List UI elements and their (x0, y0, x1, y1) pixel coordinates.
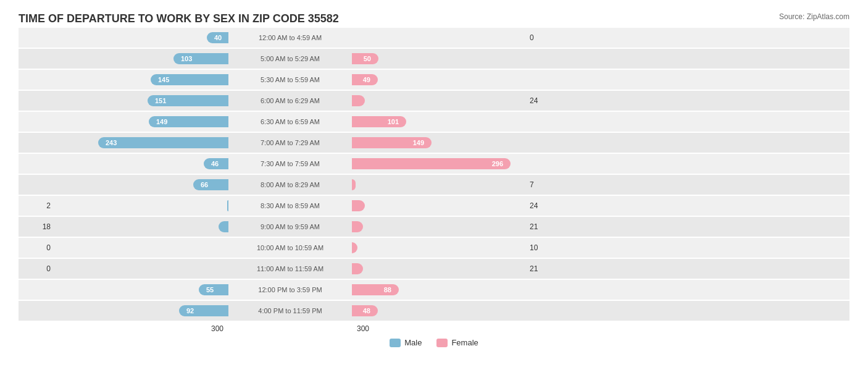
female-bar-inner-label: 88 (380, 286, 395, 293)
female-bar-container: 48 (352, 305, 525, 316)
time-label: 10:00 AM to 10:59 AM (228, 244, 352, 251)
female-bar-container (352, 32, 525, 43)
male-value-label: 0 (19, 243, 56, 252)
female-value-label: 21 (525, 264, 562, 273)
male-bar-container: 40 (56, 32, 228, 43)
male-bar-container: 46 (56, 158, 228, 169)
male-bar-container: 55 (56, 284, 228, 295)
female-value-label: 24 (525, 201, 562, 210)
female-bar-container: 101 (352, 116, 525, 127)
male-bar-container: 66 (56, 179, 228, 190)
male-bar-inner-label: 66 (197, 181, 212, 188)
male-bar: 243 (98, 137, 228, 148)
female-bar (352, 200, 365, 211)
table-row: 668:00 AM to 8:29 AM7 (19, 175, 849, 195)
female-value-label: 21 (525, 222, 562, 231)
female-bar-container: 149 (352, 137, 525, 148)
table-row: 28:30 AM to 8:59 AM24 (19, 196, 849, 216)
female-bar-container: 50 (352, 53, 525, 64)
female-bar (352, 95, 365, 106)
time-label: 9:00 AM to 9:59 AM (228, 223, 352, 230)
male-bar: 66 (193, 179, 228, 190)
female-bar-inner-label: 50 (360, 55, 375, 62)
table-row: 924:00 PM to 11:59 PM48 (19, 301, 849, 321)
female-bar-container (352, 200, 525, 211)
table-row: 1455:30 AM to 5:59 AM49 (19, 70, 849, 90)
table-row: 189:00 AM to 9:59 AM21 (19, 217, 849, 237)
female-value-label: 7 (525, 180, 562, 189)
table-row: 467:30 AM to 7:59 AM296 (19, 154, 849, 174)
female-bar: 49 (352, 74, 378, 85)
time-label: 7:00 AM to 7:29 AM (228, 139, 352, 146)
chart-title: TIME OF DEPARTURE TO WORK BY SEX IN ZIP … (19, 12, 339, 25)
source-label: Source: ZipAtlas.com (779, 12, 849, 21)
table-row: 1496:30 AM to 6:59 AM101 (19, 112, 849, 132)
male-bar-container (56, 221, 228, 232)
male-bar (227, 200, 228, 211)
female-bar-container: 49 (352, 74, 525, 85)
table-row: 5512:00 PM to 3:59 PM88 (19, 280, 849, 300)
male-bar: 151 (148, 95, 228, 106)
female-bar-container: 88 (352, 284, 525, 295)
male-bar-inner-label: 151 (151, 97, 170, 104)
female-bar-container (352, 95, 525, 106)
male-bar-container: 149 (56, 116, 228, 127)
female-bar-inner-label: 149 (409, 139, 428, 146)
legend-female: Female (436, 338, 478, 347)
female-bar-container (352, 221, 525, 232)
time-label: 11:00 AM to 11:59 AM (228, 265, 352, 272)
male-bar-inner-label: 55 (202, 286, 217, 293)
female-bar: 101 (352, 116, 406, 127)
male-value-label: 0 (19, 264, 56, 273)
time-label: 4:00 PM to 11:59 PM (228, 307, 352, 314)
legend-male: Male (390, 338, 422, 347)
female-value-label: 0 (525, 33, 562, 42)
time-label: 5:30 AM to 5:59 AM (228, 76, 352, 83)
male-bar: 145 (151, 74, 228, 85)
time-label: 8:00 AM to 8:29 AM (228, 181, 352, 188)
male-bar-inner-label: 92 (183, 307, 198, 314)
legend-male-box (390, 339, 401, 347)
legend-female-box (436, 339, 448, 347)
male-bar-inner-label: 103 (177, 55, 196, 62)
table-row: 1516:00 AM to 6:29 AM24 (19, 91, 849, 111)
male-bar-container (56, 263, 228, 274)
male-bar-inner-label: 145 (154, 76, 173, 83)
female-bar-inner-label: 101 (384, 118, 403, 125)
male-bar-container: 243 (56, 137, 228, 148)
chart-container: TIME OF DEPARTURE TO WORK BY SEX IN ZIP … (19, 12, 849, 347)
legend: Male Female (19, 338, 849, 347)
male-bar-container: 151 (56, 95, 228, 106)
female-bar-container: 296 (352, 158, 525, 169)
male-bar-container (56, 242, 228, 253)
legend-male-label: Male (404, 338, 422, 347)
female-bar (352, 221, 363, 232)
time-label: 12:00 AM to 4:59 AM (228, 34, 352, 41)
time-label: 8:30 AM to 8:59 AM (228, 202, 352, 209)
time-label: 7:30 AM to 7:59 AM (228, 160, 352, 167)
male-bar: 46 (204, 158, 228, 169)
female-bar: 149 (352, 137, 432, 148)
male-bar-container: 92 (56, 305, 228, 316)
male-bar: 149 (149, 116, 228, 127)
male-bar-container: 103 (56, 53, 228, 64)
table-row: 010:00 AM to 10:59 AM10 (19, 238, 849, 258)
male-bar: 103 (173, 53, 228, 64)
time-label: 6:00 AM to 6:29 AM (228, 97, 352, 104)
female-value-label: 24 (525, 96, 562, 105)
male-bar: 55 (199, 284, 228, 295)
female-bar-container (352, 242, 525, 253)
female-bar: 50 (352, 53, 378, 64)
female-bar: 48 (352, 305, 378, 316)
female-bar (352, 179, 356, 190)
male-bar-container (56, 200, 228, 211)
female-bar: 296 (352, 158, 511, 169)
male-bar: 40 (207, 32, 228, 43)
axis-left-value: 300 (191, 324, 228, 333)
table-row: 2437:00 AM to 7:29 AM149 (19, 133, 849, 153)
time-label: 12:00 PM to 3:59 PM (228, 286, 352, 293)
time-label: 5:00 AM to 5:29 AM (228, 55, 352, 62)
female-bar (352, 263, 363, 274)
time-label: 6:30 AM to 6:59 AM (228, 118, 352, 125)
axis-right-value: 300 (352, 324, 389, 333)
